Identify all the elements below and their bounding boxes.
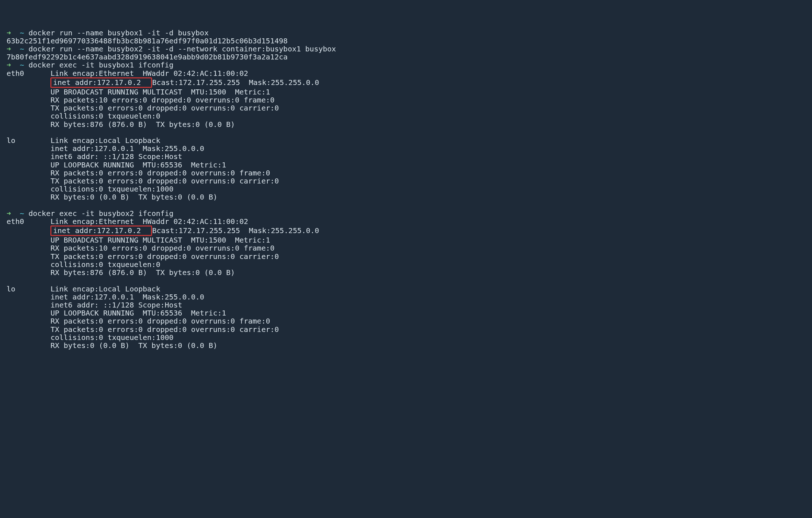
ifconfig-output: RX bytes:876 (876.0 B) TX bytes:0 (0.0 B… <box>7 120 235 129</box>
ifconfig-output: inet addr:127.0.0.1 Mask:255.0.0.0 <box>7 293 204 301</box>
ifconfig-output <box>7 226 50 235</box>
command-line: docker exec -it busybox1 ifconfig <box>28 61 173 69</box>
ifconfig-output <box>7 78 50 87</box>
ifconfig-output: UP LOOPBACK RUNNING MTU:65536 Metric:1 <box>7 309 226 317</box>
prompt-arrow-icon: ➜ <box>7 45 11 53</box>
ifconfig-output: TX packets:0 errors:0 dropped:0 overruns… <box>7 252 279 261</box>
ifconfig-output: RX packets:0 errors:0 dropped:0 overruns… <box>7 317 270 325</box>
ifconfig-output: Bcast:172.17.255.255 Mask:255.255.0.0 <box>152 226 319 235</box>
ifconfig-output: eth0 Link encap:Ethernet HWaddr 02:42:AC… <box>7 69 248 78</box>
prompt-tilde: ~ <box>20 28 24 37</box>
ifconfig-output: RX packets:10 errors:0 dropped:0 overrun… <box>7 244 275 252</box>
ifconfig-output: RX packets:10 errors:0 dropped:0 overrun… <box>7 96 275 104</box>
command-line: docker exec -it busybox2 ifconfig <box>28 209 173 218</box>
ifconfig-output: RX bytes:0 (0.0 B) TX bytes:0 (0.0 B) <box>7 193 217 201</box>
ifconfig-output: RX packets:0 errors:0 dropped:0 overruns… <box>7 169 270 177</box>
ifconfig-output: lo Link encap:Local Loopback <box>7 285 160 293</box>
ifconfig-output: TX packets:0 errors:0 dropped:0 overruns… <box>7 104 279 112</box>
ifconfig-output: collisions:0 txqueuelen:1000 <box>7 333 174 342</box>
inet-addr-highlight: inet addr:172.17.0.2 <box>50 225 152 236</box>
ifconfig-output: collisions:0 txqueuelen:0 <box>7 260 160 269</box>
ifconfig-output: UP BROADCAST RUNNING MULTICAST MTU:1500 … <box>7 88 270 96</box>
ifconfig-output: collisions:0 txqueuelen:0 <box>7 112 160 120</box>
ifconfig-output: UP BROADCAST RUNNING MULTICAST MTU:1500 … <box>7 236 270 244</box>
inet-addr-highlight: inet addr:172.17.0.2 <box>50 77 152 88</box>
ifconfig-output: RX bytes:0 (0.0 B) TX bytes:0 (0.0 B) <box>7 341 217 350</box>
command-line: docker run --name busybox1 -it -d busybo… <box>28 28 209 37</box>
prompt-tilde: ~ <box>20 209 24 218</box>
ifconfig-output: inet6 addr: ::1/128 Scope:Host <box>7 301 182 309</box>
ifconfig-output: TX packets:0 errors:0 dropped:0 overruns… <box>7 177 279 185</box>
command-line: docker run --name busybox2 -it -d --netw… <box>28 45 336 53</box>
ifconfig-output: eth0 Link encap:Ethernet HWaddr 02:42:AC… <box>7 217 248 226</box>
ifconfig-output: inet addr:127.0.0.1 Mask:255.0.0.0 <box>7 144 204 153</box>
ifconfig-output: TX packets:0 errors:0 dropped:0 overruns… <box>7 325 279 334</box>
container-id-output: 63b2c251f1ed969770336488fb3bc8b981a76edf… <box>7 36 288 45</box>
ifconfig-output: Bcast:172.17.255.255 Mask:255.255.0.0 <box>152 78 319 87</box>
prompt-arrow-icon: ➜ <box>7 61 11 69</box>
ifconfig-output: UP LOOPBACK RUNNING MTU:65536 Metric:1 <box>7 161 226 169</box>
container-id-output: 7b80fedf92292b1c4e637aabd328d919638041e9… <box>7 53 288 61</box>
ifconfig-output: RX bytes:876 (876.0 B) TX bytes:0 (0.0 B… <box>7 268 235 277</box>
ifconfig-output: inet6 addr: ::1/128 Scope:Host <box>7 152 182 161</box>
ifconfig-output: collisions:0 txqueuelen:1000 <box>7 185 174 193</box>
prompt-arrow-icon: ➜ <box>7 209 11 218</box>
prompt-tilde: ~ <box>20 45 24 53</box>
ifconfig-output: lo Link encap:Local Loopback <box>7 136 160 145</box>
prompt-arrow-icon: ➜ <box>7 28 11 37</box>
terminal-session[interactable]: ➜ ~ docker run --name busybox1 -it -d bu… <box>7 28 336 350</box>
prompt-tilde: ~ <box>20 61 24 69</box>
